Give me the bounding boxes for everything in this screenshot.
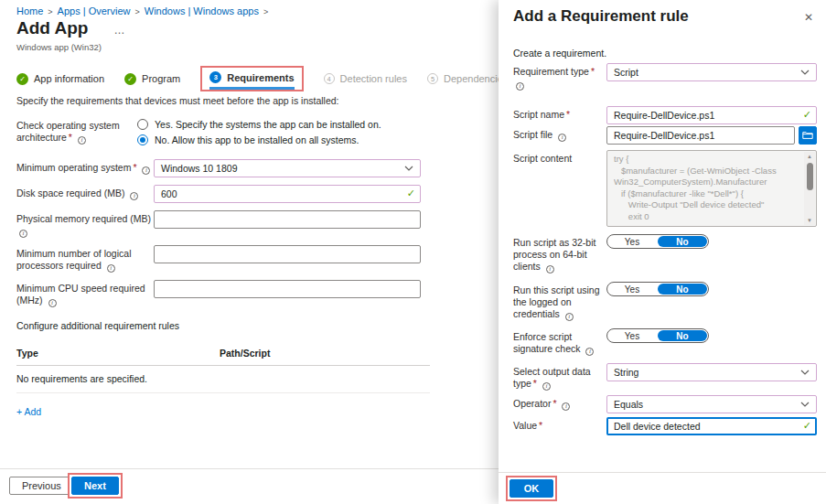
ok-button[interactable]: OK: [510, 479, 553, 498]
valid-check-icon: ✓: [803, 109, 811, 121]
logged-on-credentials-toggle[interactable]: Yes No: [606, 282, 709, 296]
toggle-yes-option[interactable]: Yes: [607, 235, 657, 248]
value-label: Value*: [513, 417, 606, 435]
page-subtitle: Windows app (Win32): [16, 42, 102, 52]
physical-memory-input[interactable]: [154, 210, 421, 229]
toggle-no-option-selected[interactable]: No: [658, 236, 707, 247]
panel-title: Add a Requirement rule: [513, 7, 689, 26]
disk-space-label: Disk space required (MB) i: [16, 185, 154, 203]
step-complete-icon: ✓: [124, 73, 136, 85]
info-icon[interactable]: i: [78, 136, 86, 145]
info-icon[interactable]: i: [565, 313, 574, 321]
script-content-label: Script content: [513, 150, 606, 227]
next-button-highlight: Next: [68, 473, 123, 499]
panel-footer: OK: [499, 472, 826, 504]
step-complete-icon: ✓: [16, 73, 28, 85]
close-icon[interactable]: ✕: [804, 11, 813, 24]
next-button[interactable]: Next: [71, 477, 119, 495]
tab-app-information[interactable]: ✓ App information: [16, 73, 104, 85]
radio-option-no[interactable]: No. Allow this app to be installed on al…: [137, 134, 404, 145]
breadcrumb-separator: >: [263, 6, 268, 16]
info-icon[interactable]: i: [107, 264, 115, 273]
add-requirement-rule-panel: Add a Requirement rule ✕ Create a requir…: [499, 0, 826, 504]
add-rule-link[interactable]: + Add: [16, 406, 41, 417]
info-icon[interactable]: i: [19, 230, 27, 238]
info-icon[interactable]: i: [585, 348, 594, 356]
signature-check-toggle[interactable]: Yes No: [606, 328, 709, 343]
breadcrumb-windows-apps[interactable]: Windows | Windows apps: [145, 5, 259, 16]
requirements-intro-text: Specify the requirements that devices mu…: [16, 95, 430, 106]
logical-processors-label: Minimum number of logical processors req…: [16, 245, 154, 273]
info-icon[interactable]: i: [542, 382, 551, 391]
signature-check-label: Enforce script signature check i: [513, 328, 606, 356]
scroll-up-icon[interactable]: ▲: [807, 154, 812, 159]
breadcrumb-home[interactable]: Home: [16, 5, 43, 16]
radio-option-yes[interactable]: Yes. Specify the systems the app can be …: [137, 119, 404, 130]
script-file-label: Script file i: [513, 126, 606, 145]
valid-check-icon: ✓: [803, 420, 811, 432]
info-icon[interactable]: i: [558, 134, 566, 142]
disk-space-input[interactable]: [154, 185, 421, 203]
tab-program[interactable]: ✓ Program: [124, 73, 180, 85]
chevron-down-icon: [800, 70, 810, 75]
info-icon[interactable]: i: [142, 166, 150, 175]
output-data-type-select[interactable]: String: [606, 363, 817, 381]
info-icon[interactable]: i: [516, 82, 524, 91]
toggle-no-option-selected[interactable]: No: [658, 284, 707, 295]
info-icon[interactable]: i: [130, 192, 138, 200]
add-app-page: Home > Apps | Overview > Windows | Windo…: [0, 0, 499, 504]
logged-on-credentials-label: Run this script using the logged on cred…: [513, 282, 606, 321]
tab-dependencies[interactable]: 5 Dependencies: [427, 73, 508, 84]
ok-button-highlight: OK: [506, 476, 557, 501]
cpu-speed-input[interactable]: [154, 280, 421, 298]
tab-detection-rules[interactable]: 4 Detection rules: [324, 73, 407, 84]
toggle-no-option-selected[interactable]: No: [658, 330, 707, 341]
value-input[interactable]: [606, 417, 817, 435]
requirement-type-label: Requirement type* i: [513, 63, 606, 91]
toggle-yes-option[interactable]: Yes: [607, 329, 657, 342]
info-icon[interactable]: i: [48, 299, 57, 307]
tab-label: Requirements: [227, 72, 294, 83]
step-number-icon: 3: [209, 71, 221, 83]
chevron-down-icon: [800, 370, 810, 375]
breadcrumb: Home > Apps | Overview > Windows | Windo…: [16, 5, 268, 16]
radio-label: Yes. Specify the systems the app can be …: [155, 119, 381, 130]
logical-processors-input[interactable]: [154, 245, 421, 263]
previous-button[interactable]: Previous: [9, 477, 74, 495]
browse-file-button[interactable]: [799, 126, 817, 145]
valid-check-icon: ✓: [407, 188, 415, 199]
step-number-icon: 4: [324, 73, 335, 84]
toggle-yes-option[interactable]: Yes: [607, 283, 657, 295]
run-32bit-toggle[interactable]: Yes No: [606, 234, 709, 249]
operator-select[interactable]: Equals: [606, 395, 817, 413]
scrollbar-thumb[interactable]: [807, 163, 813, 190]
physical-memory-label: Physical memory required (MB) i: [16, 210, 154, 238]
folder-icon: [802, 131, 813, 140]
tab-label: App information: [34, 73, 104, 84]
more-menu-icon[interactable]: …: [113, 24, 125, 37]
chevron-down-icon: [404, 166, 413, 171]
tab-label: Program: [142, 73, 180, 84]
selected-value: Windows 10 1809: [161, 163, 237, 174]
minimum-os-select[interactable]: Windows 10 1809: [154, 159, 421, 177]
step-number-icon: 5: [427, 73, 438, 84]
requirement-type-select[interactable]: Script: [606, 63, 817, 81]
breadcrumb-apps-overview[interactable]: Apps | Overview: [58, 5, 131, 16]
panel-intro-text: Create a requirement.: [513, 48, 817, 59]
tab-requirements[interactable]: 3 Requirements: [209, 71, 294, 90]
run-32bit-label: Run script as 32-bit process on 64-bit c…: [513, 234, 606, 273]
rules-empty-row: No requirements are specified.: [16, 366, 430, 393]
radio-label: No. Allow this app to be installed on al…: [155, 134, 359, 145]
info-icon[interactable]: i: [562, 402, 570, 411]
scroll-down-icon[interactable]: ▼: [807, 218, 812, 223]
minimum-os-label: Minimum operating system* i: [16, 159, 154, 177]
info-icon[interactable]: i: [546, 265, 554, 273]
radio-unselected-icon[interactable]: [137, 119, 148, 130]
script-file-input[interactable]: [606, 126, 795, 145]
os-architecture-label: Check operating system architecture* i: [16, 117, 154, 150]
breadcrumb-separator: >: [48, 6, 52, 16]
script-name-input[interactable]: [606, 106, 817, 124]
cpu-speed-label: Minimum CPU speed required (MHz) i: [16, 280, 154, 307]
radio-selected-icon[interactable]: [137, 134, 148, 145]
selected-value: String: [614, 367, 638, 378]
